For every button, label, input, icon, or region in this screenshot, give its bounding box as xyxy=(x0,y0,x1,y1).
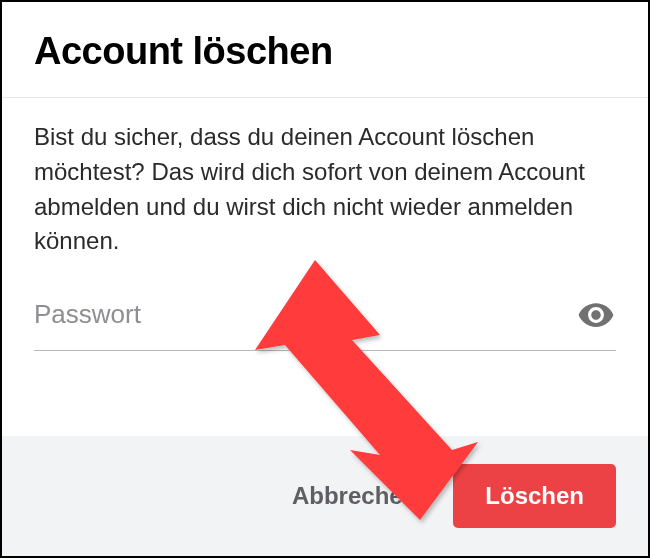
dialog-header: Account löschen xyxy=(2,2,648,97)
delete-account-dialog: Account löschen Bist du sicher, dass du … xyxy=(0,0,650,558)
password-row xyxy=(2,269,648,344)
password-input[interactable] xyxy=(34,293,576,336)
dialog-body: Bist du sicher, dass du deinen Account l… xyxy=(2,97,648,269)
dialog-title: Account löschen xyxy=(34,30,616,73)
spacer xyxy=(2,351,648,436)
eye-icon[interactable] xyxy=(576,295,616,335)
delete-button[interactable]: Löschen xyxy=(453,464,616,528)
dialog-footer: Abbrechen Löschen xyxy=(2,436,648,556)
dialog-message: Bist du sicher, dass du deinen Account l… xyxy=(34,120,616,259)
cancel-button[interactable]: Abbrechen xyxy=(284,466,425,526)
